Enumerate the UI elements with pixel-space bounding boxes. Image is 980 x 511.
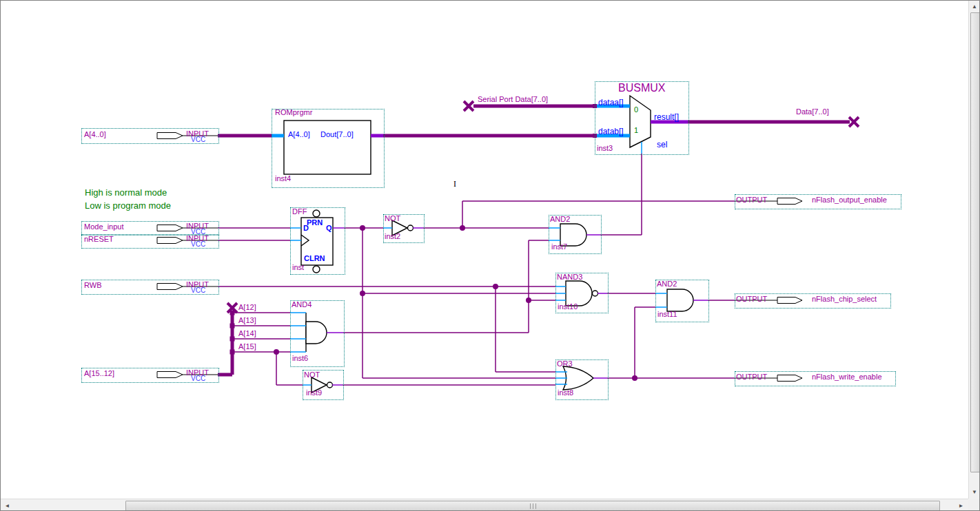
x-mark-serial — [464, 101, 473, 111]
tap-label-a12: A[12] — [238, 304, 256, 311]
busmux-case0: 0 — [634, 106, 638, 114]
scroll-right-button[interactable]: ► — [955, 500, 967, 511]
or3-inst: inst8 — [558, 389, 573, 397]
and2-inst7-title: AND2 — [550, 216, 570, 223]
tap-label-a13: A[13] — [238, 317, 256, 324]
dff-port-q: Q — [326, 225, 332, 232]
nand3-inst: inst10 — [558, 303, 578, 311]
not9-title: NOT — [304, 371, 320, 379]
pin-name-we: nFlash_write_enable — [812, 373, 882, 381]
busmux-port-sel: sel — [657, 140, 667, 149]
romprgmr-port-dout: Dout[7..0] — [320, 131, 354, 138]
arrow-up-icon: ▲ — [972, 3, 977, 10]
busmux-title: BUSMUX — [618, 83, 665, 94]
thumb-grip — [533, 503, 533, 509]
arrow-down-icon: ▼ — [972, 489, 977, 495]
dff-port-prn: PRN — [307, 219, 323, 227]
pin-kind-cs: OUTPUT — [736, 295, 767, 303]
net-rwb[interactable] — [218, 286, 555, 372]
nand3-title: NAND3 — [557, 273, 582, 281]
arrow-left-icon: ◄ — [5, 503, 10, 509]
pin-sub-nreset: VCC — [191, 241, 205, 248]
busmux-port-result: result[] — [654, 113, 679, 121]
vertical-scrollbar[interactable]: ▲ ▼ — [968, 1, 980, 499]
pin-name-oe: nFlash_output_enable — [812, 196, 887, 204]
scroll-up-button[interactable]: ▲ — [969, 1, 980, 12]
pin-sub-a40: VCC — [191, 136, 205, 143]
arrow-right-icon: ► — [959, 503, 964, 509]
pin-kind-we: OUTPUT — [736, 373, 767, 381]
output-stubs — [327, 228, 708, 385]
scroll-left-button[interactable]: ◄ — [1, 500, 13, 511]
horizontal-scrollbar[interactable]: ◄ ► — [1, 499, 968, 511]
romprgmr-inst: inst4 — [275, 175, 291, 182]
pin-sub-rwb: VCC — [191, 287, 205, 294]
and2-inst11-inst: inst11 — [657, 311, 677, 318]
horizontal-scroll-thumb[interactable] — [125, 501, 940, 511]
x-mark-data — [849, 117, 859, 127]
romprgmr-port-a: A[4..0] — [288, 131, 310, 138]
tap-label-a14: A[14] — [238, 330, 256, 337]
pin-name-a40: A[4..0] — [84, 131, 106, 138]
not2-title: NOT — [385, 215, 400, 222]
dff-title: DFF — [292, 208, 307, 216]
romprgmr-title: ROMprgmr — [275, 109, 312, 116]
annotation-low-mode: Low is program mode — [85, 201, 171, 211]
not9-inst: inst9 — [306, 389, 322, 397]
or3-title: OR3 — [557, 360, 573, 368]
busmux-port-datab: datab[] — [598, 127, 624, 136]
net-sel[interactable] — [600, 154, 642, 235]
pin-name-nreset: nRESET — [84, 236, 114, 243]
pin-name-cs: nFlash_chip_select — [812, 295, 877, 303]
scroll-down-button[interactable]: ▼ — [969, 486, 980, 498]
and4-title: AND4 — [292, 301, 312, 309]
pin-name-mode: Mode_input — [84, 223, 124, 231]
busmux-inst: inst3 — [597, 145, 613, 152]
thumb-grip — [530, 503, 531, 509]
annotation-high-mode: High is normal mode — [85, 188, 167, 198]
net-dff-q[interactable] — [344, 228, 555, 378]
pin-name-a1512: A[15..12] — [84, 370, 114, 377]
dff-inst: inst — [292, 264, 304, 271]
net-label-data: Data[7..0] — [796, 108, 829, 116]
dff-port-clrn: CLRN — [304, 255, 325, 262]
scrollbar-corner — [968, 499, 980, 511]
and4-inst: inst6 — [292, 355, 308, 362]
and2-inst7-inst: inst7 — [551, 243, 567, 251]
not2-inst: inst2 — [385, 233, 400, 240]
stray-text: I — [453, 180, 456, 188]
busmux-case1: 1 — [634, 127, 638, 134]
tap-label-a15: A[15] — [238, 343, 256, 351]
busmux-port-dataa: dataa[] — [598, 98, 624, 107]
pin-name-rwb: RWB — [84, 282, 101, 289]
net-label-serial-port: Serial Port Data[7..0] — [478, 96, 548, 103]
pin-sub-a1512: VCC — [191, 375, 205, 382]
schematic-canvas[interactable]: High is normal mode Low is program mode … — [1, 1, 968, 499]
net-a1512-bus[interactable] — [218, 311, 232, 375]
schematic-editor-window: High is normal mode Low is program mode … — [0, 0, 980, 511]
and2-inst11-title: AND2 — [657, 280, 677, 288]
schematic-drawing — [1, 1, 968, 499]
pin-kind-oe: OUTPUT — [736, 196, 767, 204]
thumb-grip — [535, 503, 536, 509]
vertical-scroll-thumb[interactable] — [970, 12, 980, 472]
dff-port-d: D — [303, 225, 309, 232]
